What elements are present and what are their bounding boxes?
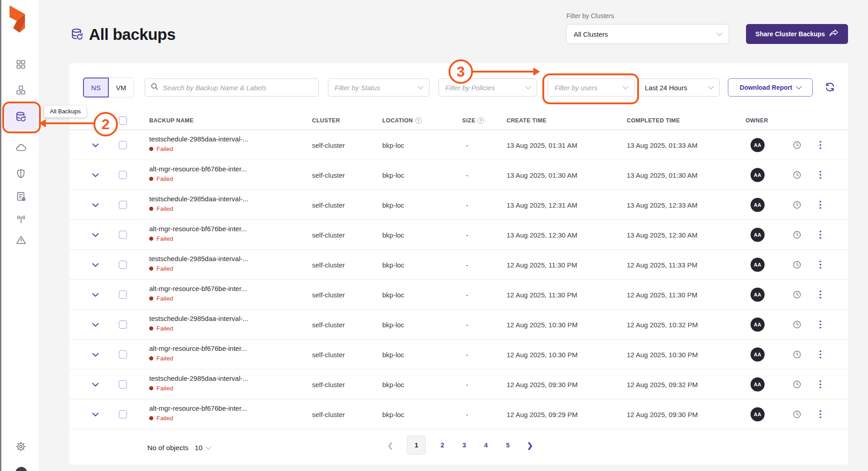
col-create-time: CREATE TIME xyxy=(507,117,546,124)
sidebar-item-activity-streams[interactable] xyxy=(8,209,34,229)
owner-avatar: AA xyxy=(751,347,765,361)
create-time-cell: 12 Aug 2025, 10:30 PM xyxy=(507,320,578,328)
clock-icon[interactable] xyxy=(792,290,802,299)
sidebar-item-all-backups[interactable] xyxy=(8,107,34,127)
tab-vm[interactable]: VM xyxy=(109,78,134,97)
expand-row-chevron-icon[interactable] xyxy=(92,291,99,299)
sidebar-item-dashboard[interactable] xyxy=(8,54,34,75)
cluster-cell: self-cluster xyxy=(312,291,345,298)
row-actions-kebab-icon[interactable] xyxy=(818,259,823,271)
sidebar-item-cloud-settings[interactable] xyxy=(8,137,34,158)
size-cell: - xyxy=(460,261,474,268)
sidebar-item-clusters[interactable] xyxy=(8,80,34,101)
clock-icon[interactable] xyxy=(792,260,802,269)
row-actions-kebab-icon[interactable] xyxy=(818,169,823,181)
sidebar-item-security[interactable] xyxy=(8,163,34,184)
next-page-icon[interactable]: ❯ xyxy=(524,439,536,452)
share-cluster-backups-button[interactable]: Share Cluster Backups xyxy=(746,24,848,44)
sidebar-item-alerts[interactable] xyxy=(8,229,34,250)
backup-name-block: testschedule-2985daa-interval-... Failed xyxy=(149,135,248,152)
row-checkbox[interactable] xyxy=(119,410,127,418)
filter-by-status-select[interactable]: Filter by Status xyxy=(328,78,429,97)
expand-row-chevron-icon[interactable] xyxy=(92,171,99,179)
page-4-button[interactable]: 4 xyxy=(481,439,492,452)
clock-icon[interactable] xyxy=(792,170,802,180)
row-actions-kebab-icon[interactable] xyxy=(818,289,823,301)
row-checkbox[interactable] xyxy=(119,261,127,269)
table-row: testschedule-2985daa-interval-... Failed… xyxy=(69,190,848,220)
row-checkbox[interactable] xyxy=(119,291,127,299)
page-size-select[interactable]: 10 xyxy=(195,444,210,452)
location-cell: bkp-loc xyxy=(382,141,404,149)
portworx-logo-icon[interactable] xyxy=(9,5,26,34)
help-avatar-icon[interactable] xyxy=(15,467,27,471)
status-text: Failed xyxy=(156,325,173,332)
expand-row-chevron-icon[interactable] xyxy=(92,410,99,418)
clock-icon[interactable] xyxy=(792,140,802,150)
completed-time-cell: 13 Aug 2025, 12:30 AM xyxy=(627,231,697,238)
failed-dot-icon xyxy=(149,296,153,301)
clock-icon[interactable] xyxy=(792,409,802,419)
refresh-button[interactable] xyxy=(824,81,837,94)
expand-row-chevron-icon[interactable] xyxy=(92,261,99,269)
download-report-button[interactable]: Download Report xyxy=(728,78,813,97)
row-actions-kebab-icon[interactable] xyxy=(818,408,823,420)
completed-time-cell: 12 Aug 2025, 10:30 PM xyxy=(627,350,698,358)
row-checkbox[interactable] xyxy=(119,380,127,388)
expand-row-chevron-icon[interactable] xyxy=(92,380,99,388)
failed-dot-icon xyxy=(149,147,153,151)
filter-by-policies-select[interactable]: Filter by Policies xyxy=(439,78,537,97)
row-actions-kebab-icon[interactable] xyxy=(818,379,823,390)
row-actions-kebab-icon[interactable] xyxy=(818,229,823,241)
page-1-button[interactable]: 1 xyxy=(407,436,426,455)
size-info-icon[interactable]: ? xyxy=(478,117,484,124)
size-cell: - xyxy=(460,171,474,179)
clock-icon[interactable] xyxy=(792,320,802,329)
cluster-cell: self-cluster xyxy=(312,171,345,179)
location-cell: bkp-loc xyxy=(382,350,404,358)
search-input[interactable] xyxy=(163,84,313,92)
prev-page-icon[interactable]: ❮ xyxy=(385,439,396,452)
row-checkbox[interactable] xyxy=(119,141,127,149)
owner-avatar: AA xyxy=(751,168,765,182)
row-checkbox[interactable] xyxy=(119,171,127,179)
chevron-down-icon xyxy=(205,444,211,450)
annotation-arrowhead-left xyxy=(39,119,46,127)
clock-icon[interactable] xyxy=(792,350,802,359)
backup-name-block: testschedule-2985daa-interval-... Failed xyxy=(149,315,248,332)
row-actions-kebab-icon[interactable] xyxy=(818,139,823,151)
time-range-select[interactable]: Last 24 Hours xyxy=(638,78,720,97)
tab-ns[interactable]: NS xyxy=(83,78,109,97)
page-3-button[interactable]: 3 xyxy=(458,439,469,452)
clock-icon[interactable] xyxy=(792,230,802,239)
row-checkbox[interactable] xyxy=(119,201,127,209)
status-badge: Failed xyxy=(149,355,247,362)
filter-by-users-select[interactable]: Filter by users xyxy=(548,78,634,97)
sidebar-item-rules[interactable] xyxy=(8,186,34,207)
backup-restore-icon xyxy=(15,111,27,123)
clock-icon[interactable] xyxy=(792,379,802,389)
row-actions-kebab-icon[interactable] xyxy=(818,319,823,330)
expand-row-chevron-icon[interactable] xyxy=(92,320,99,329)
backup-name-block: alt-mgr-resource-bf676be-inter... Failed xyxy=(149,404,247,422)
select-all-checkbox[interactable] xyxy=(119,117,127,125)
expand-row-chevron-icon[interactable] xyxy=(92,201,99,209)
cluster-filter-select[interactable]: All Clusters xyxy=(566,24,729,44)
row-checkbox[interactable] xyxy=(119,320,127,329)
col-size: SIZE? xyxy=(462,117,484,124)
expand-row-chevron-icon[interactable] xyxy=(92,350,99,359)
row-actions-kebab-icon[interactable] xyxy=(818,199,823,211)
page-2-button[interactable]: 2 xyxy=(437,439,448,452)
col-owner: OWNER xyxy=(746,117,768,124)
expand-row-chevron-icon[interactable] xyxy=(92,141,99,149)
expand-row-chevron-icon[interactable] xyxy=(92,231,99,239)
row-checkbox[interactable] xyxy=(119,231,127,239)
row-actions-kebab-icon[interactable] xyxy=(818,349,823,360)
clock-icon[interactable] xyxy=(792,200,802,209)
location-info-icon[interactable]: ? xyxy=(415,117,422,124)
sidebar-item-settings[interactable] xyxy=(8,436,34,457)
failed-dot-icon xyxy=(149,356,153,360)
page-5-button[interactable]: 5 xyxy=(502,439,513,452)
cluster-cell: self-cluster xyxy=(312,410,345,418)
row-checkbox[interactable] xyxy=(119,350,127,359)
